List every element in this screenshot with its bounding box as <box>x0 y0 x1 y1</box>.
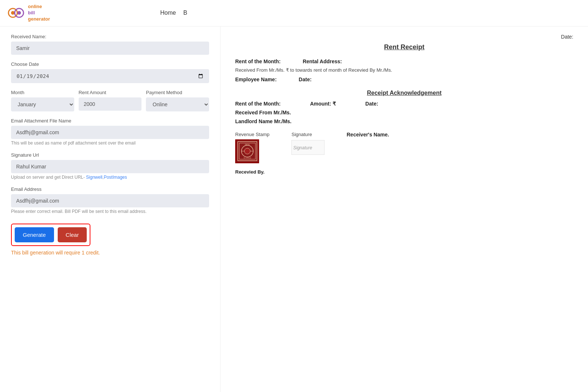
payment-method-select[interactable]: Online Cash Cheque Bank Transfer <box>146 97 209 111</box>
receipt-title: Rent Receipt <box>235 43 573 51</box>
generate-button[interactable]: Generate <box>15 227 54 242</box>
email-attachment-label: Email Attachment File Name <box>11 118 209 124</box>
received-from-row: Received From Mr./Ms. <box>235 110 573 115</box>
revenue-stamp-label: Revenue Stamp <box>235 132 269 137</box>
rent-amount-group: Rent Amount <box>79 90 142 111</box>
header: online bill generator Home B <box>0 0 588 26</box>
receipt-stamp-row: Revenue Stamp INDIA RE-VENUE <box>235 132 573 163</box>
rent-month2-label: Rent of the Month: <box>235 101 281 107</box>
month-label: Month <box>11 90 74 95</box>
signature-url-group: Signature Url Upload on server and get D… <box>11 152 209 180</box>
left-panel: Received Name: Choose Date Month January… <box>0 26 220 392</box>
signature-label: Signature <box>291 132 325 137</box>
receivers-name-box: Receiver's Name. <box>347 132 389 138</box>
rental-address-label: Rental Address: <box>303 58 342 64</box>
email-address-input[interactable] <box>11 194 209 207</box>
rent-amount-input[interactable] <box>79 97 142 111</box>
received-name-label: Received Name: <box>11 34 209 39</box>
main-nav: Home B <box>160 10 187 16</box>
clear-button[interactable]: Clear <box>58 227 87 242</box>
stamp-svg: INDIA RE-VENUE <box>236 140 258 162</box>
postimages-link[interactable]: PostImages <box>104 175 127 180</box>
svg-point-3 <box>17 11 21 15</box>
signature-url-input[interactable] <box>11 160 209 173</box>
logo-icon <box>7 4 26 22</box>
signature-url-label: Signature Url <box>11 152 209 158</box>
amount-label: Amount: ₹ <box>310 101 336 107</box>
logo-text: online bill generator <box>28 4 50 22</box>
svg-text:RE-VENUE: RE-VENUE <box>243 157 251 159</box>
email-address-label: Email Address <box>11 186 209 192</box>
payment-method-group: Payment Method Online Cash Cheque Bank T… <box>146 90 209 111</box>
revenue-stamp-image: INDIA RE-VENUE <box>235 139 259 163</box>
nav-home[interactable]: Home <box>160 10 176 16</box>
date-input[interactable] <box>11 69 209 83</box>
month-group: Month January February March April May J… <box>11 90 74 111</box>
svg-point-8 <box>244 148 250 154</box>
right-panel: Date: Rent Receipt Rent of the Month: Re… <box>220 26 588 392</box>
email-address-hint: Please enter correct email. Bill PDF wil… <box>11 209 209 214</box>
receipt-top-row: Rent of the Month: Rental Address: <box>235 58 573 64</box>
receivers-name-label: Receiver's Name. <box>347 132 389 138</box>
received-name-group: Received Name: <box>11 34 209 55</box>
receipt-body-text: Received From Mr./Ms. ₹ to towards rent … <box>235 67 573 73</box>
svg-text:INDIA: INDIA <box>245 143 250 146</box>
logo: online bill generator <box>7 4 50 22</box>
email-attachment-group: Email Attachment File Name This will be … <box>11 118 209 146</box>
month-select[interactable]: January February March April May June Ju… <box>11 97 74 111</box>
email-address-group: Email Address Please enter correct email… <box>11 186 209 214</box>
received-by: Recevied By. <box>235 169 573 175</box>
receipt-date-top: Date: <box>235 34 573 40</box>
ack-title: Receipt Acknowledgement <box>235 90 573 96</box>
signature-box: Signature Signature <box>291 132 325 156</box>
payment-method-label: Payment Method <box>146 90 209 95</box>
rent-of-month-label: Rent of the Month: <box>235 58 281 64</box>
signwell-link[interactable]: Signwell <box>86 175 103 180</box>
email-attachment-input[interactable] <box>11 126 209 139</box>
rent-amount-label: Rent Amount <box>79 90 142 95</box>
action-area: Generate Clear This bill generation will… <box>11 221 209 256</box>
button-row: Generate Clear <box>11 224 90 246</box>
signature-url-hint: Upload on server and get Direct URL- Sig… <box>11 175 209 180</box>
received-name-input[interactable] <box>11 42 209 55</box>
date-label: Choose Date <box>11 61 209 67</box>
employee-name-label: Employee Name: <box>235 76 277 82</box>
receipt-date2-label: Date: <box>299 76 312 82</box>
landlord-label: Landlord Name Mr./Ms. <box>235 118 291 124</box>
main-container: Received Name: Choose Date Month January… <box>0 26 588 392</box>
credit-note: This bill generation will require 1 cred… <box>11 250 209 256</box>
revenue-stamp-box: Revenue Stamp INDIA RE-VENUE <box>235 132 269 163</box>
nav-b[interactable]: B <box>183 10 187 16</box>
received-from-label: Received From Mr./Ms. <box>235 110 291 115</box>
date-group: Choose Date <box>11 61 209 83</box>
landlord-row: Landlord Name Mr./Ms. <box>235 118 573 124</box>
svg-text:Signature: Signature <box>293 145 312 150</box>
date3-label: Date: <box>365 101 378 107</box>
receipt-amounts-row: Rent of the Month: Amount: ₹ Date: <box>235 101 573 107</box>
sig-placeholder: Signature <box>291 140 325 156</box>
email-attachment-hint: This will be used as name of pdf attachm… <box>11 140 209 146</box>
receipt-employee-row: Employee Name: Date: <box>235 76 573 82</box>
row-3: Month January February March April May J… <box>11 90 209 118</box>
receipt-date-label: Date: <box>561 34 573 40</box>
signature-placeholder-svg: Signature <box>291 140 325 155</box>
